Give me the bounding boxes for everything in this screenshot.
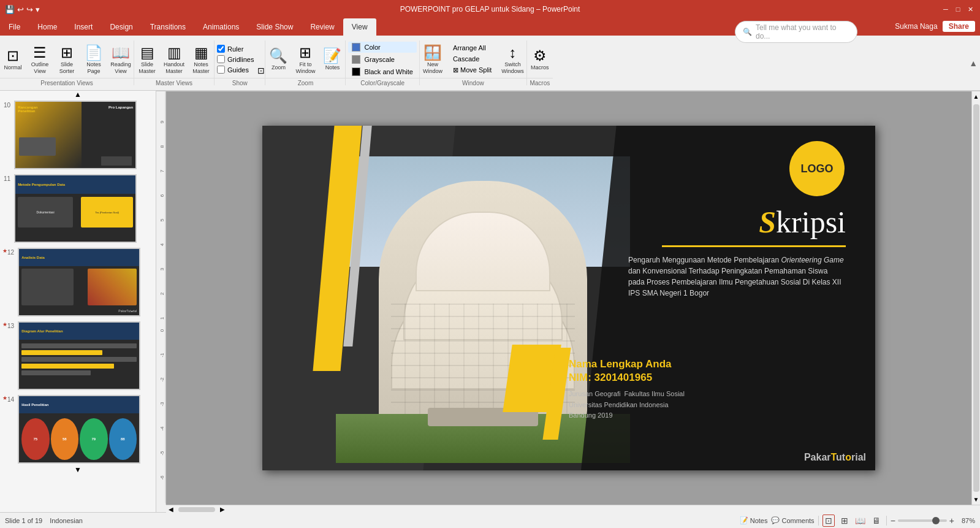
show-expand-icon[interactable]: ⊡ [257,66,265,78]
presenter-view-status-button[interactable]: 🖥 [870,515,883,527]
macros-button[interactable]: ⚙ Macros [527,46,553,72]
slide-item-12[interactable]: ★ 12 Analisis Data PakarTut●rial [0,245,156,319]
slide-thumb-14[interactable]: Hasil Penelitian 75 58 79 88 [18,395,140,464]
svg-text:-2: -2 [159,377,165,382]
show-group-label: Show [215,78,265,88]
h-scroll-thumb[interactable] [178,507,215,512]
tab-view[interactable]: View [343,18,376,36]
minimize-icon[interactable]: ─ [941,4,951,14]
switch-windows-button[interactable]: ↕ SwitchWindows [499,43,526,76]
zoom-button[interactable]: 🔍 Zoom [265,46,291,72]
slide-panel-scroll-down[interactable]: ▼ [0,466,156,473]
tab-transitions[interactable]: Transitions [142,18,194,36]
slide-sorter-status-button[interactable]: ⊞ [838,515,851,527]
svg-text:6: 6 [159,194,165,197]
tab-slideshow[interactable]: Slide Show [248,18,302,36]
user-name: Sukma Naga [895,22,937,31]
reading-view-status-button[interactable]: 📖 [854,515,867,527]
redo-icon[interactable]: ↪ [26,5,33,14]
slide-title-text: Skripsi [759,204,846,240]
tell-me-bar[interactable]: 🔍 Tell me what you want to do... [735,21,857,43]
normal-view-status-button[interactable]: ⊡ [822,515,835,527]
ruler-check[interactable] [217,45,225,53]
tab-home[interactable]: Home [29,18,66,36]
slide-thumb-10[interactable]: Pro Lapangan RancanganPenelitian [14,101,137,169]
scroll-up-button[interactable]: ▲ [971,91,980,102]
slide-item-10[interactable]: 10 Pro Lapangan RancanganPenelitian [0,98,156,172]
grayscale-button[interactable]: Grayscale [348,54,416,65]
comments-button[interactable]: 💬 Comments [771,516,814,524]
horizontal-scrollbar[interactable]: ◀ ▶ [166,505,980,513]
ribbon-collapse-icon[interactable]: ▲ [969,58,978,68]
tell-me-text: Tell me what you want to do... [756,23,849,40]
zoom-thumb[interactable] [932,517,940,524]
guides-checkbox[interactable]: Guides [217,66,254,74]
customize-icon[interactable]: ▾ [36,5,40,14]
slide-master-button[interactable]: ▤ SlideMaster [134,43,160,76]
color-grayscale-group: Color Grayscale Black and White Color/Gr… [346,38,419,88]
new-window-icon: 🪟 [424,44,442,61]
color-button[interactable]: Color [348,42,416,53]
fit-window-button[interactable]: ⊞ Fit toWindow [292,43,318,76]
outline-view-button[interactable]: ☰ OutlineView [27,43,53,76]
slide-canvas-area[interactable]: LOGO Skripsi Pengaruh Menggunaan Metode … [166,91,971,505]
tab-design[interactable]: Design [101,18,141,36]
slide-sorter-icon: ⊞ [61,44,73,61]
user-area[interactable]: Sukma Naga Share [895,21,975,32]
handout-master-label: HandoutMaster [164,61,184,75]
tab-review[interactable]: Review [302,18,343,36]
normal-view-button[interactable]: ⊡ Normal [0,46,26,72]
slide-thumb-11[interactable]: Metode Pengumpulan Data Dokumentasi Tes … [14,174,137,243]
move-split-button[interactable]: ⊠ Move Split [449,65,495,75]
ribbon-content: ⊡ Normal ☰ OutlineView ⊞ SlideSorter 📄 N… [0,36,980,91]
zoom-slider[interactable]: − + 87% [891,516,975,526]
close-icon[interactable]: ✕ [965,4,975,14]
slide-item-14[interactable]: ★ 14 Hasil Penelitian 75 58 79 88 [0,392,156,466]
guides-check[interactable] [217,66,225,74]
scroll-down-button[interactable]: ▼ [971,494,980,505]
scroll-left-button[interactable]: ◀ [166,505,176,514]
gridlines-checkbox[interactable]: Gridlines [217,55,254,63]
handout-master-button[interactable]: ▥ HandoutMaster [161,43,187,76]
cascade-button[interactable]: Cascade [449,54,495,64]
quick-access-toolbar[interactable]: 💾 ↩ ↪ ▾ [5,5,40,14]
notes-page-button[interactable]: 📄 NotesPage [81,43,107,76]
slide-thumb-12[interactable]: Analisis Data PakarTut●rial [18,248,140,316]
zoom-track[interactable] [898,519,947,522]
scroll-right-button[interactable]: ▶ [218,505,227,514]
maximize-icon[interactable]: □ [953,4,963,14]
macros-label: Macros [531,64,549,71]
black-white-button[interactable]: Black and White [348,66,416,77]
brand-text: PakarTutorial [804,452,866,463]
master-views-group: ▤ SlideMaster ▥ HandoutMaster ▦ NotesMas… [134,38,215,88]
slide-item-11[interactable]: 11 Metode Pengumpulan Data Dokumentasi T… [0,172,156,245]
undo-icon[interactable]: ↩ [17,5,24,14]
svg-text:7: 7 [159,169,165,172]
gridlines-check[interactable] [217,55,225,63]
save-icon[interactable]: 💾 [5,5,15,14]
slide-item-13[interactable]: ★ 13 Diagram Alur Penelitian [0,319,156,392]
new-window-button[interactable]: 🪟 NewWindow [420,43,446,76]
tab-animations[interactable]: Animations [194,18,248,36]
window-controls[interactable]: ─ □ ✕ [941,4,975,14]
notes-status-button[interactable]: 📝 Notes [740,516,768,524]
tab-file[interactable]: File [0,18,29,36]
main-slide: LOGO Skripsi Pengaruh Menggunaan Metode … [262,126,875,470]
tab-insert[interactable]: Insert [66,18,101,36]
ruler-checkbox[interactable]: Ruler [217,45,254,53]
reading-view-button[interactable]: 📖 ReadingView [108,43,134,76]
grayscale-label: Grayscale [364,56,395,63]
notes-button[interactable]: 📝 Notes [319,46,345,72]
arrange-all-button[interactable]: Arrange All [449,43,495,53]
slide-sorter-button[interactable]: ⊞ SlideSorter [54,43,80,76]
vertical-scrollbar[interactable]: ▲ ▼ [971,91,980,505]
scroll-thumb[interactable] [973,104,979,492]
slide-thumb-13[interactable]: Diagram Alur Penelitian [18,321,140,390]
switch-windows-icon: ↕ [509,44,517,61]
notes-master-button[interactable]: ▦ NotesMaster [188,43,214,76]
zoom-level: 87% [957,517,975,524]
zoom-minus-button[interactable]: − [891,516,895,526]
zoom-plus-button[interactable]: + [949,516,954,526]
share-button[interactable]: Share [943,21,975,32]
slide-panel-scroll-up[interactable]: ▲ [0,91,156,98]
